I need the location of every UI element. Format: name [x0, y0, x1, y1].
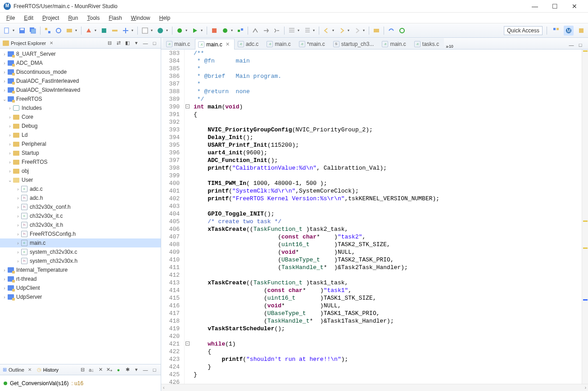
expand-icon[interactable]: ›: [15, 214, 21, 219]
expand-icon[interactable]: ⌄: [2, 97, 7, 102]
tree-item[interactable]: ›Debug: [0, 121, 161, 130]
menu-file[interactable]: File: [2, 14, 19, 22]
outline-item[interactable]: Get_ConversionVal(s16) : u16: [0, 375, 161, 391]
expand-icon[interactable]: ›: [15, 259, 21, 264]
quick-access-input[interactable]: Quick Access: [504, 26, 543, 35]
maximize-button[interactable]: ☐: [545, 0, 565, 13]
expand-icon[interactable]: ›: [7, 115, 13, 120]
menu-edit[interactable]: Edit: [19, 14, 38, 22]
editor-tab[interactable]: .cmain.c: [379, 38, 411, 49]
menu-project[interactable]: Project: [38, 14, 63, 22]
tool-icon[interactable]: [140, 26, 150, 36]
filter-icon[interactable]: ✕ₒ: [106, 366, 113, 373]
collapse-all-icon[interactable]: ⊟: [106, 40, 113, 47]
tree-item[interactable]: ›hch32v30x_it.h: [0, 220, 161, 229]
tree-item[interactable]: ›hch32v30x_conf.h: [0, 202, 161, 211]
tree-item[interactable]: ›FreeRTOS: [0, 157, 161, 166]
step-icon[interactable]: [272, 26, 282, 36]
minimize-icon[interactable]: —: [142, 40, 149, 47]
menu-window[interactable]: Window: [127, 14, 155, 22]
editor-tab[interactable]: .cmain.c: [263, 38, 295, 49]
expand-icon[interactable]: ›: [15, 223, 21, 228]
perspective-icon[interactable]: [551, 26, 561, 36]
tree-item[interactable]: ›hsystem_ch32v30x.h: [0, 256, 161, 265]
tool-icon[interactable]: [110, 26, 120, 36]
maximize-icon[interactable]: □: [151, 366, 158, 373]
tree-item[interactable]: ⌄User: [0, 175, 161, 184]
tree-item[interactable]: ›Ld: [0, 130, 161, 139]
view-close-icon[interactable]: ✕: [28, 367, 32, 372]
tool-icon[interactable]: [64, 26, 74, 36]
code-editor[interactable]: 3833843853863873883893903913923933943953…: [161, 49, 588, 384]
tree-item[interactable]: ›Includes: [0, 103, 161, 112]
tree-item[interactable]: ›UdpServer: [0, 292, 161, 301]
editor-tab[interactable]: .c*main.c: [296, 38, 330, 49]
expand-icon[interactable]: ›: [2, 61, 7, 66]
expand-icon[interactable]: ›: [7, 160, 13, 165]
editor-tab[interactable]: Sstartup_ch3...: [330, 38, 379, 49]
tool-icon[interactable]: [43, 26, 53, 36]
tree-item[interactable]: ›ADC_DMA: [0, 58, 161, 67]
tree-item[interactable]: ›csystem_ch32v30x.c: [0, 247, 161, 256]
new-icon[interactable]: [2, 26, 12, 36]
maximize-icon[interactable]: □: [151, 40, 158, 47]
editor-tab[interactable]: .cadc.c: [235, 38, 264, 49]
tree-item[interactable]: ›obj: [0, 166, 161, 175]
project-tree[interactable]: ›8_UART_Server›ADC_DMA›Discontinuous_mod…: [0, 49, 161, 364]
tree-item[interactable]: ›cch32v30x_it.c: [0, 211, 161, 220]
tool-icon[interactable]: [121, 26, 131, 36]
tool-icon[interactable]: [209, 26, 219, 36]
tool-icon[interactable]: [397, 26, 407, 36]
tree-item[interactable]: ›Internal_Temperature: [0, 265, 161, 274]
expand-icon[interactable]: ›: [7, 106, 13, 111]
horizontal-scrollbar[interactable]: ‹ ›: [161, 384, 588, 391]
expand-icon[interactable]: ›: [2, 79, 7, 84]
tree-item[interactable]: ›cadc.c: [0, 184, 161, 193]
sort-icon[interactable]: a↓: [88, 366, 95, 373]
tree-item[interactable]: ›DualADC_FastInterleaved: [0, 76, 161, 85]
forward-icon[interactable]: [352, 26, 362, 36]
minimize-icon[interactable]: —: [567, 41, 575, 49]
indent-icon[interactable]: [302, 26, 312, 36]
close-button[interactable]: ✕: [565, 0, 584, 13]
editor-tab[interactable]: .cmain.c✕: [195, 39, 234, 49]
tree-item[interactable]: ›Peripheral: [0, 139, 161, 148]
outline-tab[interactable]: Outline: [9, 367, 24, 373]
expand-icon[interactable]: ›: [15, 241, 21, 246]
view-close-icon[interactable]: ✕: [50, 40, 53, 45]
menu-flash[interactable]: Flash: [104, 14, 126, 22]
expand-icon[interactable]: ›: [15, 232, 21, 237]
expand-icon[interactable]: ›: [2, 295, 7, 300]
expand-icon[interactable]: ›: [2, 277, 7, 282]
expand-icon[interactable]: ›: [2, 286, 7, 291]
tree-item[interactable]: ›hFreeRTOSConfig.h: [0, 229, 161, 238]
menu-icon[interactable]: ▾: [133, 366, 140, 373]
expand-icon[interactable]: ›: [7, 133, 13, 138]
overview-ruler[interactable]: [582, 49, 588, 384]
dropdown-icon[interactable]: ▾: [13, 28, 16, 32]
expand-icon[interactable]: ›: [15, 205, 21, 210]
scroll-left-icon[interactable]: ‹: [163, 385, 164, 390]
maximize-icon[interactable]: □: [576, 41, 584, 49]
tree-item[interactable]: ›cmain.c: [0, 238, 161, 247]
tree-item[interactable]: ›UdpClient: [0, 283, 161, 292]
history-tab[interactable]: History: [43, 367, 59, 373]
expand-icon[interactable]: ›: [15, 187, 21, 192]
expand-icon[interactable]: ›: [15, 250, 21, 255]
expand-icon[interactable]: ›: [2, 52, 7, 57]
save-icon[interactable]: [17, 26, 27, 36]
filter-icon[interactable]: ●: [115, 366, 122, 373]
tool-icon[interactable]: [371, 26, 381, 36]
tree-item[interactable]: ›DualADC_SlowInterleaved: [0, 85, 161, 94]
minimize-button[interactable]: —: [525, 0, 545, 13]
run-icon[interactable]: [190, 26, 200, 36]
tool-icon[interactable]: [155, 26, 165, 36]
editor-tab[interactable]: .cmain.c: [163, 38, 195, 49]
expand-icon[interactable]: ›: [2, 70, 7, 75]
sort-icon[interactable]: ⊟: [79, 366, 86, 373]
tree-item[interactable]: ›Discontinuous_mode: [0, 67, 161, 76]
expand-icon[interactable]: ›: [2, 88, 7, 93]
step-icon[interactable]: [250, 26, 260, 36]
step-icon[interactable]: [261, 26, 271, 36]
perspective-icon[interactable]: [576, 26, 586, 36]
